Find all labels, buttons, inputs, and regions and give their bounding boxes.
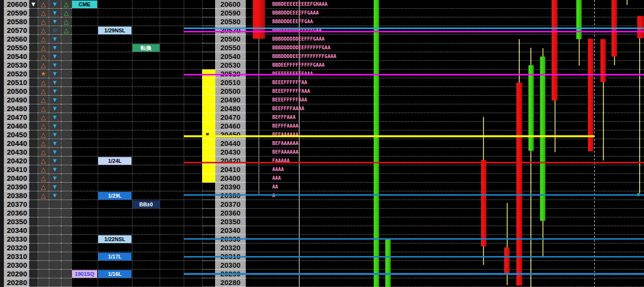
candlestick-chart-area [246,0,644,287]
green-up-triangle-icon: △ [61,26,72,35]
price-label-left: 20340 [4,226,29,235]
blue-down-triangle-icon: ▼ [49,87,61,96]
chart-row [246,217,644,226]
indicator-cell [29,113,38,122]
indicator-cell [29,278,38,287]
blue-down-triangle-icon: ▼ [49,0,61,9]
trend-signal-cell [61,191,72,200]
trend-signal-cell [61,96,72,104]
price-label-left: 20580 [4,17,29,26]
buy-signal-cell [38,235,49,244]
chart-row [246,43,644,52]
price-label-left: 20430 [4,148,29,157]
price-label-left: 20320 [4,244,29,252]
price-label-right: 20600 [215,0,246,9]
blue-down-triangle-icon: ▼ [49,43,61,52]
orange-up-triangle-icon: △ [38,191,49,200]
indicator-cell [29,191,38,200]
orange-up-triangle-icon: △ [38,61,49,70]
price-label-right: 20580 [215,17,246,26]
value-area-cell [202,122,215,130]
chart-row [246,52,644,61]
trend-signal-cell [61,139,72,148]
price-label-right: 20400 [215,174,246,183]
orange-up-triangle-icon: △ [38,113,49,122]
label-row [72,52,184,61]
label-row [72,226,184,235]
price-label-left: 20280 [4,278,29,287]
value-area-cell [202,148,215,157]
value-area-cell [202,209,215,217]
price-label-right: 20560 [215,35,246,43]
orange-up-triangle-icon: △ [38,157,49,165]
chart-row [246,209,644,217]
green-up-triangle-icon: △ [61,0,72,9]
price-label-right: 20540 [215,52,246,61]
label-row [72,217,184,226]
trend-signal-cell [61,252,72,261]
indicator-cell [29,148,38,157]
blue-down-triangle-icon: ▼ [49,165,61,174]
sell-signal-column: ▼▼▼☆▼▼▼▼▼▼▼▼▼▼▼▼▼▼▼▼▼▼▼ [49,0,61,287]
label-row [72,148,184,157]
label-row [72,87,184,96]
chart-row [246,244,644,252]
price-label-left: 20600 [4,0,29,9]
buy-signal-cell [38,244,49,252]
indicator-cell [29,270,38,278]
price-label-left: 20370 [4,200,29,209]
trend-signal-cell [61,165,72,174]
indicator-cell [29,217,38,226]
indicator-cell [29,139,38,148]
sell-signal-cell [49,252,61,261]
value-area-cell [202,26,215,35]
indicator-cell [29,183,38,191]
orange-up-triangle-icon: △ [38,9,49,17]
chart-row [246,122,644,130]
chart-row [246,61,644,70]
green-up-triangle-icon: △ [61,9,72,17]
label-row [72,130,184,139]
trend-signal-column: △△△△ [61,0,72,287]
price-ladder-left: 2060020590205802057020560205502054020530… [4,0,29,287]
value-area-cell [202,96,215,104]
indicator-cell [29,96,38,104]
value-area-cell [202,61,215,70]
trend-signal-cell [61,244,72,252]
price-label-left: 20330 [4,235,29,244]
price-label-right: 20480 [215,104,246,113]
orange-up-triangle-icon: △ [38,165,49,174]
price-label-right: 20490 [215,96,246,104]
value-area-cell [202,17,215,26]
indicator-cell [29,87,38,96]
orange-up-triangle-icon: △ [38,104,49,113]
indicator-cell [29,235,38,244]
chart-row [246,78,644,87]
price-label-right: 20470 [215,113,246,122]
label-row [72,200,184,209]
indicator-cell [29,209,38,217]
value-area-cell [202,43,215,52]
blue-down-triangle-icon: ▼ [49,35,61,43]
indicator-cell [29,252,38,261]
price-label-right: 20390 [215,183,246,191]
price-label-right: 20280 [215,278,246,287]
white-down-arrow-icon[interactable]: ▼ [29,0,38,9]
chart-row [246,70,644,78]
value-area-cell [202,35,215,43]
price-label-right: 20370 [215,200,246,209]
label-row [72,26,184,35]
indicator-cell [29,17,38,26]
price-label-left: 20510 [4,78,29,87]
label-row [72,17,184,26]
indicator-cell [29,43,38,52]
price-label-right: 20440 [215,139,246,148]
price-label-left: 20500 [4,87,29,96]
orange-up-triangle-icon: △ [38,96,49,104]
price-label-left: 20420 [4,157,29,165]
blue-down-triangle-icon: ▼ [49,191,61,200]
chart-row [246,270,644,278]
trend-signal-cell [61,174,72,183]
label-row [72,183,184,191]
price-label-left: 20310 [4,252,29,261]
